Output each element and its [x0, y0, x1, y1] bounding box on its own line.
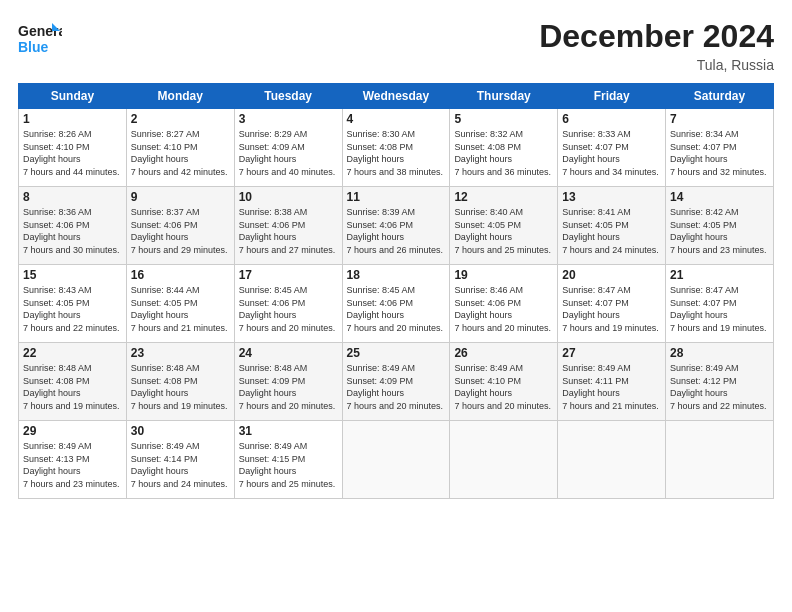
day-number: 9 — [131, 190, 230, 204]
day-info: Sunrise: 8:26 AM Sunset: 4:10 PM Dayligh… — [23, 128, 122, 178]
day-info: Sunrise: 8:45 AM Sunset: 4:06 PM Dayligh… — [347, 284, 446, 334]
day-number: 12 — [454, 190, 553, 204]
header-tuesday: Tuesday — [234, 84, 342, 109]
day-number: 11 — [347, 190, 446, 204]
week-row-3: 15 Sunrise: 8:43 AM Sunset: 4:05 PM Dayl… — [19, 265, 774, 343]
day-cell: 19 Sunrise: 8:46 AM Sunset: 4:06 PM Dayl… — [450, 265, 558, 343]
day-info: Sunrise: 8:49 AM Sunset: 4:13 PM Dayligh… — [23, 440, 122, 490]
day-cell: 12 Sunrise: 8:40 AM Sunset: 4:05 PM Dayl… — [450, 187, 558, 265]
day-cell: 26 Sunrise: 8:49 AM Sunset: 4:10 PM Dayl… — [450, 343, 558, 421]
day-info: Sunrise: 8:49 AM Sunset: 4:14 PM Dayligh… — [131, 440, 230, 490]
day-info: Sunrise: 8:36 AM Sunset: 4:06 PM Dayligh… — [23, 206, 122, 256]
day-cell: 28 Sunrise: 8:49 AM Sunset: 4:12 PM Dayl… — [666, 343, 774, 421]
day-info: Sunrise: 8:34 AM Sunset: 4:07 PM Dayligh… — [670, 128, 769, 178]
day-cell: 15 Sunrise: 8:43 AM Sunset: 4:05 PM Dayl… — [19, 265, 127, 343]
day-number: 7 — [670, 112, 769, 126]
location: Tula, Russia — [539, 57, 774, 73]
day-cell: 29 Sunrise: 8:49 AM Sunset: 4:13 PM Dayl… — [19, 421, 127, 499]
day-info: Sunrise: 8:48 AM Sunset: 4:09 PM Dayligh… — [239, 362, 338, 412]
header-wednesday: Wednesday — [342, 84, 450, 109]
day-number: 20 — [562, 268, 661, 282]
logo-icon: General Blue — [18, 18, 62, 62]
day-info: Sunrise: 8:49 AM Sunset: 4:15 PM Dayligh… — [239, 440, 338, 490]
day-number: 21 — [670, 268, 769, 282]
day-cell: 9 Sunrise: 8:37 AM Sunset: 4:06 PM Dayli… — [126, 187, 234, 265]
day-cell: 13 Sunrise: 8:41 AM Sunset: 4:05 PM Dayl… — [558, 187, 666, 265]
logo: General Blue — [18, 18, 66, 62]
day-cell: 10 Sunrise: 8:38 AM Sunset: 4:06 PM Dayl… — [234, 187, 342, 265]
header-friday: Friday — [558, 84, 666, 109]
day-info: Sunrise: 8:38 AM Sunset: 4:06 PM Dayligh… — [239, 206, 338, 256]
day-cell: 1 Sunrise: 8:26 AM Sunset: 4:10 PM Dayli… — [19, 109, 127, 187]
day-cell: 27 Sunrise: 8:49 AM Sunset: 4:11 PM Dayl… — [558, 343, 666, 421]
day-info: Sunrise: 8:40 AM Sunset: 4:05 PM Dayligh… — [454, 206, 553, 256]
day-number: 3 — [239, 112, 338, 126]
day-number: 5 — [454, 112, 553, 126]
day-info: Sunrise: 8:37 AM Sunset: 4:06 PM Dayligh… — [131, 206, 230, 256]
day-info: Sunrise: 8:32 AM Sunset: 4:08 PM Dayligh… — [454, 128, 553, 178]
day-number: 10 — [239, 190, 338, 204]
day-cell — [450, 421, 558, 499]
day-number: 16 — [131, 268, 230, 282]
day-cell: 2 Sunrise: 8:27 AM Sunset: 4:10 PM Dayli… — [126, 109, 234, 187]
day-number: 4 — [347, 112, 446, 126]
header-saturday: Saturday — [666, 84, 774, 109]
day-cell: 21 Sunrise: 8:47 AM Sunset: 4:07 PM Dayl… — [666, 265, 774, 343]
day-number: 28 — [670, 346, 769, 360]
day-number: 8 — [23, 190, 122, 204]
day-cell: 16 Sunrise: 8:44 AM Sunset: 4:05 PM Dayl… — [126, 265, 234, 343]
day-cell — [666, 421, 774, 499]
day-info: Sunrise: 8:46 AM Sunset: 4:06 PM Dayligh… — [454, 284, 553, 334]
day-cell: 31 Sunrise: 8:49 AM Sunset: 4:15 PM Dayl… — [234, 421, 342, 499]
day-number: 2 — [131, 112, 230, 126]
day-number: 18 — [347, 268, 446, 282]
day-info: Sunrise: 8:48 AM Sunset: 4:08 PM Dayligh… — [131, 362, 230, 412]
day-cell: 8 Sunrise: 8:36 AM Sunset: 4:06 PM Dayli… — [19, 187, 127, 265]
header-sunday: Sunday — [19, 84, 127, 109]
page-header: General Blue December 2024 Tula, Russia — [18, 18, 774, 73]
day-number: 23 — [131, 346, 230, 360]
svg-text:Blue: Blue — [18, 39, 49, 55]
header-monday: Monday — [126, 84, 234, 109]
day-info: Sunrise: 8:27 AM Sunset: 4:10 PM Dayligh… — [131, 128, 230, 178]
day-info: Sunrise: 8:48 AM Sunset: 4:08 PM Dayligh… — [23, 362, 122, 412]
day-info: Sunrise: 8:47 AM Sunset: 4:07 PM Dayligh… — [670, 284, 769, 334]
day-info: Sunrise: 8:49 AM Sunset: 4:10 PM Dayligh… — [454, 362, 553, 412]
calendar-table: Sunday Monday Tuesday Wednesday Thursday… — [18, 83, 774, 499]
day-number: 1 — [23, 112, 122, 126]
day-cell: 3 Sunrise: 8:29 AM Sunset: 4:09 AM Dayli… — [234, 109, 342, 187]
day-cell: 18 Sunrise: 8:45 AM Sunset: 4:06 PM Dayl… — [342, 265, 450, 343]
day-cell: 5 Sunrise: 8:32 AM Sunset: 4:08 PM Dayli… — [450, 109, 558, 187]
day-cell: 22 Sunrise: 8:48 AM Sunset: 4:08 PM Dayl… — [19, 343, 127, 421]
day-number: 6 — [562, 112, 661, 126]
day-cell: 30 Sunrise: 8:49 AM Sunset: 4:14 PM Dayl… — [126, 421, 234, 499]
day-info: Sunrise: 8:29 AM Sunset: 4:09 AM Dayligh… — [239, 128, 338, 178]
day-info: Sunrise: 8:45 AM Sunset: 4:06 PM Dayligh… — [239, 284, 338, 334]
day-number: 29 — [23, 424, 122, 438]
day-info: Sunrise: 8:39 AM Sunset: 4:06 PM Dayligh… — [347, 206, 446, 256]
day-number: 15 — [23, 268, 122, 282]
week-row-5: 29 Sunrise: 8:49 AM Sunset: 4:13 PM Dayl… — [19, 421, 774, 499]
day-cell: 14 Sunrise: 8:42 AM Sunset: 4:05 PM Dayl… — [666, 187, 774, 265]
month-title: December 2024 — [539, 18, 774, 55]
day-cell: 11 Sunrise: 8:39 AM Sunset: 4:06 PM Dayl… — [342, 187, 450, 265]
day-cell: 25 Sunrise: 8:49 AM Sunset: 4:09 PM Dayl… — [342, 343, 450, 421]
week-row-1: 1 Sunrise: 8:26 AM Sunset: 4:10 PM Dayli… — [19, 109, 774, 187]
day-cell: 7 Sunrise: 8:34 AM Sunset: 4:07 PM Dayli… — [666, 109, 774, 187]
day-cell: 17 Sunrise: 8:45 AM Sunset: 4:06 PM Dayl… — [234, 265, 342, 343]
day-cell: 20 Sunrise: 8:47 AM Sunset: 4:07 PM Dayl… — [558, 265, 666, 343]
weekday-header-row: Sunday Monday Tuesday Wednesday Thursday… — [19, 84, 774, 109]
day-info: Sunrise: 8:33 AM Sunset: 4:07 PM Dayligh… — [562, 128, 661, 178]
day-cell: 23 Sunrise: 8:48 AM Sunset: 4:08 PM Dayl… — [126, 343, 234, 421]
day-info: Sunrise: 8:30 AM Sunset: 4:08 PM Dayligh… — [347, 128, 446, 178]
day-number: 26 — [454, 346, 553, 360]
day-info: Sunrise: 8:47 AM Sunset: 4:07 PM Dayligh… — [562, 284, 661, 334]
day-number: 17 — [239, 268, 338, 282]
day-number: 30 — [131, 424, 230, 438]
title-area: December 2024 Tula, Russia — [539, 18, 774, 73]
day-number: 31 — [239, 424, 338, 438]
week-row-4: 22 Sunrise: 8:48 AM Sunset: 4:08 PM Dayl… — [19, 343, 774, 421]
day-number: 13 — [562, 190, 661, 204]
day-info: Sunrise: 8:49 AM Sunset: 4:11 PM Dayligh… — [562, 362, 661, 412]
day-info: Sunrise: 8:44 AM Sunset: 4:05 PM Dayligh… — [131, 284, 230, 334]
